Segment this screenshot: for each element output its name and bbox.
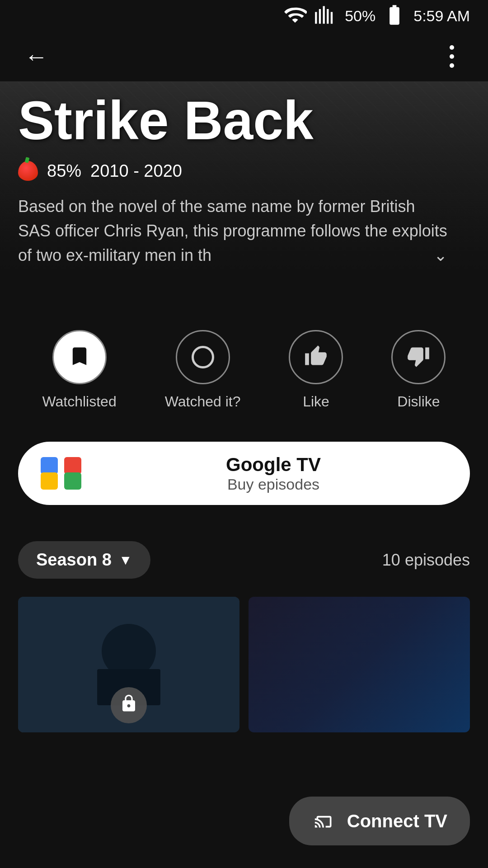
like-circle [289,330,343,384]
hero-section: Strike Back 85% 2010 - 2020 Based on the… [0,81,488,307]
watchlist-action[interactable]: Watchlisted [42,330,117,410]
connect-tv-overlay[interactable]: Connect TV [289,797,470,845]
episode-1-thumb[interactable] [18,597,239,732]
google-tv-button[interactable]: Google TV Buy episodes [18,442,470,505]
thumbdown-icon [407,344,430,370]
dislike-action[interactable]: Dislike [391,330,446,410]
rating-percent: 85% [47,161,81,181]
year-range: 2010 - 2020 [90,161,182,181]
dislike-circle [391,330,446,384]
season-header: Season 8 ▼ 10 episodes [18,541,470,579]
show-title: Strike Back [18,90,470,150]
meta-row: 85% 2010 - 2020 [18,161,470,181]
provider-info: Google TV Buy episodes [99,454,447,493]
lock-icon [119,694,138,717]
watchlist-circle [52,330,107,384]
watched-action[interactable]: Watched it? [165,330,241,410]
connect-tv-label: Connect TV [347,811,447,831]
status-bar: 50% 5:59 AM [0,0,488,32]
action-row: Watchlisted Watched it? Like Dislik [0,307,488,433]
provider-action: Buy episodes [227,476,319,493]
battery-percent: 50% [345,7,375,25]
provider-section: Google TV Buy episodes [0,433,488,528]
season-dropdown-label: Season 8 [36,550,112,570]
signal-icon [314,3,338,28]
expand-description-button[interactable]: ⌄ [434,243,447,268]
like-action[interactable]: Like [289,330,343,410]
cast-icon [312,810,336,832]
watched-circle [176,330,230,384]
lock-icon-container [111,687,147,723]
more-dots-icon [450,45,454,68]
circle-outline-icon [192,346,214,368]
wifi-icon [283,3,307,28]
description-text: Based on the novel of the same name by f… [18,194,447,268]
back-button[interactable]: ← [18,38,54,75]
description-container: Based on the novel of the same name by f… [18,194,447,268]
episode-grid [18,597,470,732]
dropdown-arrow-icon: ▼ [119,552,132,568]
more-options-button[interactable] [434,38,470,75]
top-navigation: ← [0,32,488,81]
dislike-label: Dislike [397,393,440,410]
episode-2-thumb[interactable] [249,597,470,732]
watchlist-label: Watchlisted [42,393,117,410]
provider-name: Google TV [226,454,321,476]
back-arrow-icon: ← [24,45,48,68]
episode-count: 10 episodes [382,551,470,570]
thumbup-icon [304,344,328,370]
rotten-tomato-icon [18,161,38,181]
like-label: Like [303,393,329,410]
google-tv-logo [41,457,81,490]
bookmark-icon [68,344,91,370]
status-time: 5:59 AM [413,7,470,25]
season-dropdown[interactable]: Season 8 ▼ [18,541,150,579]
season-section: Season 8 ▼ 10 episodes [0,528,488,746]
watched-label: Watched it? [165,393,241,410]
battery-icon [383,3,406,28]
